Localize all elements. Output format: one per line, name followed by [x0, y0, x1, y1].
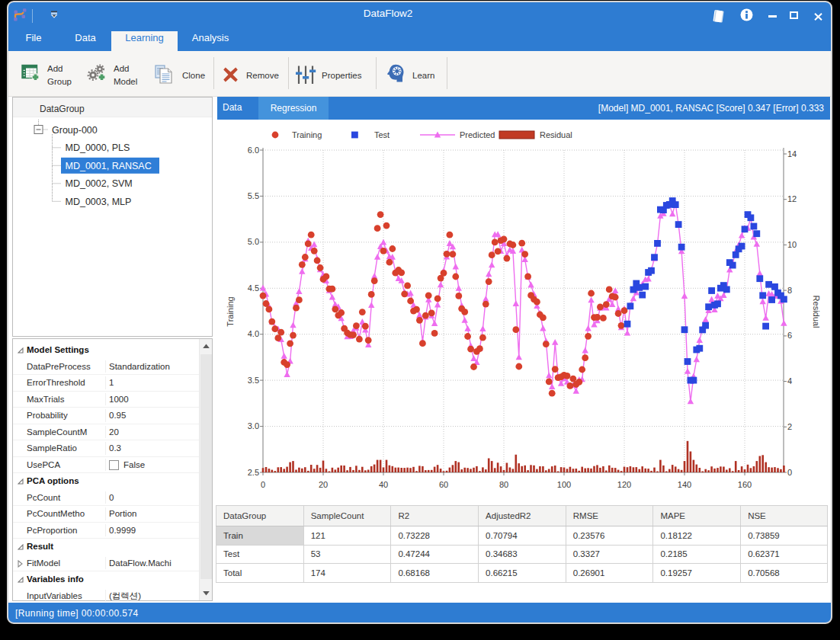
svg-text:3.5: 3.5: [248, 376, 259, 385]
svg-text:4.5: 4.5: [248, 283, 259, 293]
svg-text:Residual: Residual: [812, 296, 821, 328]
svg-text:120: 120: [617, 480, 631, 489]
svg-text:14: 14: [787, 149, 797, 158]
svg-text:MD_0003, MLP: MD_0003, MLP: [66, 197, 132, 207]
svg-text:Group-000: Group-000: [52, 125, 98, 136]
svg-text:8: 8: [787, 286, 792, 295]
svg-text:5.5: 5.5: [248, 191, 259, 200]
svg-text:12: 12: [787, 194, 797, 203]
svg-text:Predicted: Predicted: [460, 130, 495, 139]
svg-text:Training: Training: [226, 296, 235, 326]
svg-text:4: 4: [787, 376, 792, 386]
svg-text:2.5: 2.5: [248, 468, 259, 477]
svg-text:Residual: Residual: [540, 130, 572, 139]
svg-text:MD_0002, SVM: MD_0002, SVM: [66, 178, 133, 189]
svg-text:6.0: 6.0: [248, 146, 259, 155]
svg-text:20: 20: [319, 480, 328, 489]
svg-text:10: 10: [787, 240, 797, 249]
svg-text:0: 0: [261, 480, 265, 489]
svg-text:Training: Training: [292, 130, 322, 139]
svg-text:140: 140: [678, 480, 691, 489]
svg-text:2: 2: [787, 422, 792, 431]
svg-text:40: 40: [379, 480, 388, 489]
svg-text:60: 60: [439, 480, 448, 489]
svg-text:80: 80: [499, 480, 508, 489]
svg-text:0: 0: [787, 468, 792, 477]
svg-text:MD_0000, PLS: MD_0000, PLS: [66, 142, 130, 153]
svg-text:Test: Test: [374, 130, 390, 139]
svg-text:6: 6: [787, 331, 792, 340]
svg-text:4.0: 4.0: [248, 329, 259, 338]
svg-text:MD_0001, RANSAC: MD_0001, RANSAC: [66, 161, 152, 171]
svg-text:3.0: 3.0: [248, 421, 259, 430]
svg-text:160: 160: [738, 480, 752, 489]
svg-text:100: 100: [557, 480, 571, 489]
svg-text:5.0: 5.0: [248, 237, 259, 246]
